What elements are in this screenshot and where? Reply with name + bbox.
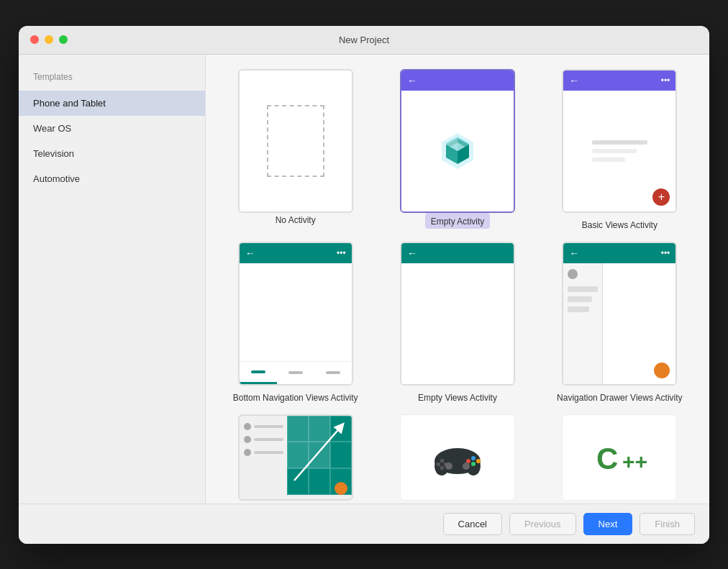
game-preview — [400, 414, 515, 501]
svg-text:++: ++ — [622, 450, 647, 473]
svg-line-7 — [294, 427, 341, 481]
cancel-button[interactable]: Cancel — [443, 513, 502, 535]
no-activity-icon — [267, 105, 324, 177]
title-bar: New Project — [19, 26, 709, 55]
svg-point-21 — [463, 463, 470, 470]
game-controller-icon — [429, 436, 486, 479]
template-game[interactable]: Game Activity — [382, 414, 532, 504]
nav-drawer-fab — [654, 363, 670, 378]
bottom-nav-bar — [240, 361, 352, 384]
template-nav-drawer[interactable]: ← ••• Navigat — [545, 242, 695, 403]
template-label-empty-views: Empty Views Activity — [418, 393, 497, 403]
template-label-bottom-nav: Bottom Navigation Views Activity — [233, 393, 358, 403]
next-button[interactable]: Next — [583, 513, 633, 535]
template-label-no-activity: No Activity — [276, 215, 316, 225]
fab-icon: + — [652, 188, 670, 206]
minimize-button[interactable] — [45, 35, 53, 44]
template-basic-views[interactable]: ← ••• + Basic Views Activity — [545, 69, 695, 230]
window-title: New Project — [339, 35, 389, 45]
svg-point-17 — [471, 456, 476, 460]
content-area: Templates Phone and Tablet Wear OS Telev… — [19, 55, 709, 504]
template-responsive-grid[interactable]: Responsive Views Activity — [220, 414, 370, 504]
android-logo — [436, 129, 479, 173]
back-arrow-icon-basic: ← — [569, 75, 579, 86]
back-arrow-icon: ← — [407, 75, 417, 86]
sidebar-item-wear-os[interactable]: Wear OS — [19, 116, 205, 141]
basic-views-body: + — [563, 91, 675, 211]
finish-button[interactable]: Finish — [640, 513, 695, 535]
template-empty-activity[interactable]: ← — [382, 69, 532, 230]
sidebar-item-automotive[interactable]: Automotive — [19, 166, 205, 191]
maximize-button[interactable] — [59, 35, 68, 44]
bottom-nav-body — [240, 263, 352, 361]
close-button[interactable] — [30, 35, 39, 44]
sidebar: Templates Phone and Tablet Wear OS Telev… — [19, 55, 206, 504]
svg-point-18 — [471, 462, 476, 466]
template-empty-views[interactable]: ← Empty Views Activity — [382, 242, 532, 403]
empty-activity-body — [401, 91, 514, 211]
sidebar-item-phone-tablet[interactable]: Phone and Tablet — [19, 91, 205, 116]
responsive-grid-preview — [238, 414, 353, 501]
template-no-activity[interactable]: No Activity — [220, 69, 370, 230]
svg-point-20 — [445, 463, 452, 470]
sidebar-item-television[interactable]: Television — [19, 141, 205, 166]
sidebar-label: Templates — [19, 66, 205, 91]
traffic-lights — [30, 35, 68, 44]
svg-rect-15 — [440, 466, 444, 470]
template-label-nav-drawer: Navigation Drawer Views Activity — [557, 393, 683, 403]
templates-area: No Activity ← — [206, 55, 709, 504]
svg-rect-13 — [437, 463, 440, 466]
template-cpp[interactable]: C ++ Native C++ — [545, 414, 695, 504]
template-label-basic-views: Basic Views Activity — [582, 220, 658, 230]
svg-text:C: C — [596, 442, 618, 475]
svg-rect-12 — [440, 459, 444, 463]
cpp-logo: C ++ — [591, 436, 648, 479]
templates-grid: No Activity ← — [220, 69, 695, 504]
nav-drawer-body — [563, 263, 675, 384]
bottom-bar: Cancel Previous Next Finish — [19, 504, 709, 544]
drawer-panel — [563, 263, 603, 384]
template-bottom-nav[interactable]: ← ••• — [220, 242, 370, 403]
svg-point-19 — [476, 459, 481, 463]
previous-button[interactable]: Previous — [509, 513, 576, 535]
template-label-empty-activity: Empty Activity — [431, 217, 485, 227]
main-window: New Project Templates Phone and Tablet W… — [19, 26, 709, 544]
empty-views-body — [401, 263, 514, 384]
cpp-preview: C ++ — [562, 414, 677, 501]
